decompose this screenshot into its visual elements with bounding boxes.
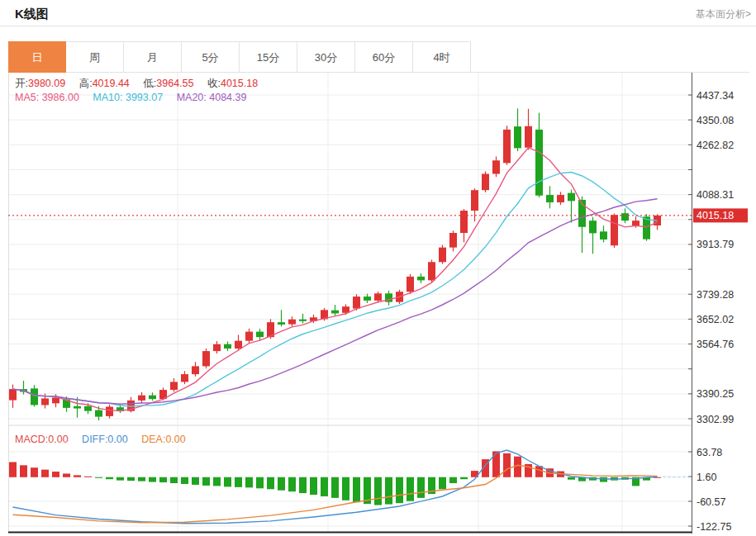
macd-bar	[149, 477, 156, 482]
candle-body	[632, 221, 640, 225]
period-tab-30min[interactable]: 30分	[297, 41, 355, 73]
candle-body	[374, 293, 382, 301]
macd-bar	[41, 470, 49, 477]
candle-body	[471, 190, 478, 211]
macd-bar	[600, 477, 607, 482]
period-tab-5min[interactable]: 5分	[182, 41, 240, 73]
ohlc-legend: 开:3980.09 高:4019.44 低:3964.55 收:4015.18	[15, 77, 269, 91]
macd-bar	[170, 477, 178, 483]
candlesticks	[9, 108, 661, 420]
low-label: 低:	[143, 78, 156, 89]
macd-value: 0.00	[48, 434, 68, 445]
candle-body	[331, 311, 339, 314]
macd-bar	[74, 475, 81, 477]
ma10-line	[13, 173, 658, 407]
macd-bar	[213, 477, 221, 486]
candle-body	[192, 366, 199, 374]
price-tick-label: 3913.79	[697, 239, 734, 250]
macd-bar	[116, 477, 124, 481]
macd-bar	[63, 473, 70, 477]
macd-bar	[159, 477, 167, 482]
price-tick-label: 4350.08	[697, 115, 734, 126]
period-tab-4hour[interactable]: 4时	[413, 41, 471, 73]
period-tab-15min[interactable]: 15分	[240, 41, 297, 73]
macd-bar	[310, 477, 317, 495]
fundamental-analysis-link[interactable]: 基本面分析>	[696, 7, 751, 21]
macd-bar	[278, 477, 285, 491]
ma5-label: MA5:	[15, 92, 39, 103]
macd-bar	[202, 477, 210, 486]
kline-chart[interactable]: 4437.344350.084262.824088.313913.793739.…	[8, 73, 749, 535]
low-value: 3964.55	[156, 78, 193, 89]
macd-bar	[492, 451, 500, 477]
candle-body	[224, 344, 231, 349]
candle-body	[589, 221, 597, 233]
grid-lines	[8, 73, 692, 533]
ma20-label: MA20:	[177, 92, 207, 103]
period-tab-60min[interactable]: 60分	[355, 41, 413, 73]
macd-bar	[439, 477, 446, 489]
high-value: 4019.44	[93, 78, 130, 89]
candle-body	[611, 215, 618, 245]
macd-bar	[138, 477, 145, 481]
period-tab-month[interactable]: 月	[124, 41, 182, 73]
macd-bar	[503, 453, 511, 477]
ma5-value: 3986.00	[42, 92, 79, 103]
candle-body	[353, 296, 360, 309]
macd-bar	[192, 477, 199, 485]
candle-body	[213, 344, 221, 351]
candle-body	[428, 262, 435, 280]
macd-bar	[256, 477, 264, 489]
period-tabs: 日周月5分15分30分60分4时	[8, 41, 749, 73]
candle-body	[546, 195, 554, 202]
candle-body	[621, 213, 629, 221]
macd-bar	[514, 457, 521, 477]
open-label: 开:	[15, 78, 28, 89]
candle-body	[84, 406, 92, 411]
price-tick-label: 4262.82	[697, 140, 734, 151]
candle-body	[170, 382, 178, 390]
ma10-value: 3993.07	[126, 92, 163, 103]
candle-body	[449, 233, 457, 248]
candle-body	[535, 130, 543, 196]
macd-bar	[374, 477, 382, 505]
candle-body	[278, 322, 285, 325]
macd-bar	[460, 477, 468, 479]
period-tab-week[interactable]: 周	[66, 41, 124, 73]
macd-bar	[127, 477, 135, 481]
price-tick-label: 3564.76	[697, 339, 734, 350]
macd-bar	[224, 477, 231, 487]
macd-bar	[321, 477, 328, 496]
candle-body	[482, 173, 489, 190]
candle-body	[149, 396, 156, 399]
macd-bar	[299, 477, 307, 493]
ma5-line	[13, 148, 658, 411]
macd-bar	[245, 477, 253, 488]
ma10-label: MA10:	[93, 92, 122, 103]
price-tick-label: 4437.34	[697, 90, 734, 102]
candle-body	[95, 410, 102, 417]
macd-bar	[52, 472, 59, 477]
current-price-marker: 4015.18	[8, 208, 748, 222]
candle-body	[600, 231, 607, 240]
candle-body	[288, 320, 296, 325]
macd-bar	[84, 477, 92, 477]
chart-area: 开:3980.09 高:4019.44 低:3964.55 收:4015.18 …	[8, 73, 749, 535]
close-value: 4015.18	[221, 78, 258, 89]
macd-tick-label: 63.78	[697, 447, 722, 458]
macd-bar	[235, 477, 242, 487]
macd-bar	[407, 477, 414, 501]
candle-body	[460, 211, 468, 233]
price-tick-label: 4088.31	[697, 189, 734, 201]
macd-bar	[342, 477, 349, 500]
ma20-value: 4084.39	[209, 92, 246, 103]
kline-widget: K线图 基本面分析> 日周月5分15分30分60分4时 开:3980.09 高:…	[0, 0, 756, 536]
macd-bar	[95, 477, 102, 478]
period-tab-day[interactable]: 日	[8, 41, 66, 73]
candle-body	[138, 396, 145, 401]
diff-label: DIFF:	[82, 434, 107, 445]
candle-body	[364, 296, 371, 301]
macd-tick-label: -60.57	[697, 496, 725, 508]
macd-bar	[417, 477, 425, 498]
dea-label: DEA:	[141, 434, 165, 445]
